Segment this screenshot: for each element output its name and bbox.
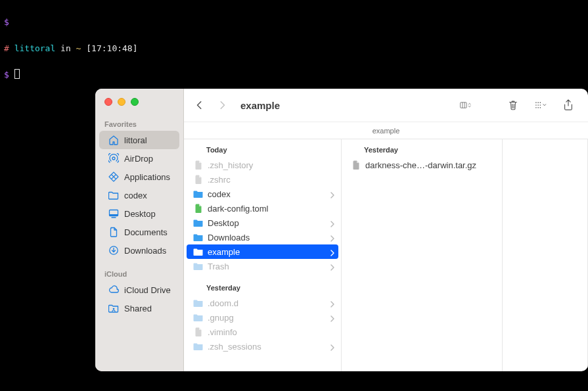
- sidebar-section-icloud: iCloud: [95, 267, 183, 281]
- sidebar-item-shared[interactable]: Shared: [99, 299, 179, 317]
- column-1[interactable]: Today .zsh_history.zshrccodexdark-config…: [184, 139, 342, 371]
- prompt-clock: [17:10:48]: [86, 43, 137, 53]
- list-item[interactable]: codex: [184, 187, 341, 201]
- folder-icon: [193, 261, 204, 271]
- download-icon: [108, 245, 119, 256]
- column-3[interactable]: [503, 139, 588, 371]
- chevron-right-icon: [329, 219, 336, 226]
- home-icon: [108, 135, 119, 145]
- zoom-button[interactable]: [131, 98, 139, 106]
- file-icon: [351, 160, 361, 170]
- trash-button[interactable]: [504, 97, 522, 113]
- shared-icon: [108, 303, 119, 313]
- list-item[interactable]: .zsh_history: [184, 158, 341, 172]
- column-view: Today .zsh_history.zshrccodexdark-config…: [184, 139, 588, 371]
- sidebar-item-applications[interactable]: Applications: [99, 168, 179, 186]
- svg-point-14: [535, 104, 537, 106]
- chevron-right-icon: [329, 248, 336, 255]
- window-controls: [95, 95, 183, 118]
- nav-back-button[interactable]: [192, 97, 208, 113]
- list-item[interactable]: Desktop: [184, 216, 341, 230]
- chevron-right-icon: [329, 314, 336, 321]
- sidebar-item-codex[interactable]: codex: [99, 186, 179, 204]
- file-name: dark-config.toml: [208, 204, 336, 214]
- sidebar-item-documents[interactable]: Documents: [99, 223, 179, 241]
- folder-icon: [108, 190, 119, 200]
- list-item[interactable]: Trash: [184, 259, 341, 273]
- column-1-group-today: Today: [184, 139, 341, 158]
- path-bar-label: example: [373, 127, 400, 135]
- apps-icon: [108, 172, 119, 182]
- list-item[interactable]: .doom.d: [184, 296, 341, 310]
- group-menu-button[interactable]: [529, 97, 553, 113]
- list-item[interactable]: example: [187, 244, 338, 259]
- sidebar-item-littoral[interactable]: littoral: [99, 131, 179, 149]
- file-name: darkness-che…-darwin.tar.gz: [365, 160, 497, 170]
- share-icon: [562, 99, 574, 111]
- sidebar-item-label: Applications: [124, 172, 170, 182]
- prompt-path: ~: [76, 43, 81, 53]
- svg-point-11: [535, 102, 537, 103]
- share-button[interactable]: [559, 97, 577, 113]
- column-2[interactable]: Yesterday darkness-che…-darwin.tar.gz: [342, 139, 503, 371]
- doc-icon: [108, 227, 119, 237]
- file-name: Downloads: [208, 233, 325, 242]
- list-item[interactable]: dark-config.toml: [184, 201, 341, 216]
- minimize-button[interactable]: [118, 98, 125, 106]
- sidebar-item-label: Desktop: [124, 209, 156, 219]
- prompt-dollar-2: $: [4, 70, 9, 80]
- sidebar-item-airdrop[interactable]: AirDrop: [99, 149, 179, 168]
- sidebar-section-favorites: Favorites: [95, 118, 183, 131]
- view-columns-button[interactable]: [453, 97, 479, 113]
- chevron-right-icon: [329, 300, 336, 306]
- chevron-right-icon: [329, 234, 336, 241]
- window-title: example: [240, 100, 280, 111]
- sidebar-item-desktop[interactable]: Desktop: [99, 204, 179, 223]
- list-item[interactable]: .zshrc: [184, 172, 341, 187]
- chevron-right-icon: [329, 191, 336, 197]
- sidebar-item-label: codex: [124, 191, 147, 200]
- file-name: Trash: [208, 262, 325, 271]
- sidebar-item-label: AirDrop: [124, 154, 153, 164]
- svg-point-18: [537, 107, 539, 108]
- column-2-group-yesterday: Yesterday: [342, 139, 502, 158]
- path-bar[interactable]: example: [184, 122, 588, 139]
- folder-icon: [193, 218, 204, 228]
- chevron-left-icon: [195, 101, 204, 110]
- folder-icon: [193, 312, 204, 323]
- list-item[interactable]: .zsh_sessions: [184, 339, 341, 354]
- list-item[interactable]: .gnupg: [184, 310, 341, 325]
- prompt-user: littoral: [14, 43, 56, 53]
- file-name: Desktop: [208, 218, 325, 228]
- finder-window: Favorites littoralAirDropApplicationscod…: [95, 89, 588, 371]
- svg-point-0: [112, 157, 115, 160]
- file-name: example: [208, 247, 325, 257]
- chevron-right-icon: [217, 101, 227, 110]
- trash-icon: [507, 99, 519, 111]
- sidebar: Favorites littoralAirDropApplicationscod…: [95, 89, 184, 371]
- svg-point-5: [113, 308, 115, 310]
- prompt-dollar: $: [4, 17, 9, 27]
- file-name: .zsh_history: [208, 160, 336, 170]
- svg-point-16: [540, 104, 541, 106]
- file-icon: [193, 160, 204, 170]
- nav-forward-button[interactable]: [214, 97, 230, 113]
- file-name: .doom.d: [208, 298, 325, 308]
- list-item[interactable]: Downloads: [184, 230, 341, 244]
- svg-point-15: [537, 104, 539, 106]
- list-item[interactable]: .viminfo: [184, 325, 341, 339]
- close-button[interactable]: [104, 98, 112, 106]
- terminal[interactable]: $ # littoral in ~ [17:10:48] $: [0, 0, 588, 81]
- svg-rect-2: [110, 214, 118, 216]
- list-item[interactable]: darkness-che…-darwin.tar.gz: [342, 158, 502, 172]
- prompt-in: in: [60, 43, 71, 53]
- cloud-icon: [108, 285, 119, 295]
- chevron-right-icon: [329, 343, 336, 350]
- sidebar-item-icloud-drive[interactable]: iCloud Drive: [99, 281, 179, 299]
- folder-icon: [193, 298, 204, 308]
- file-icon: [193, 327, 204, 337]
- sidebar-item-downloads[interactable]: Downloads: [99, 241, 179, 260]
- file-name: .viminfo: [208, 327, 336, 337]
- column-1-group-yesterday: Yesterday: [184, 273, 341, 296]
- svg-point-19: [540, 107, 541, 108]
